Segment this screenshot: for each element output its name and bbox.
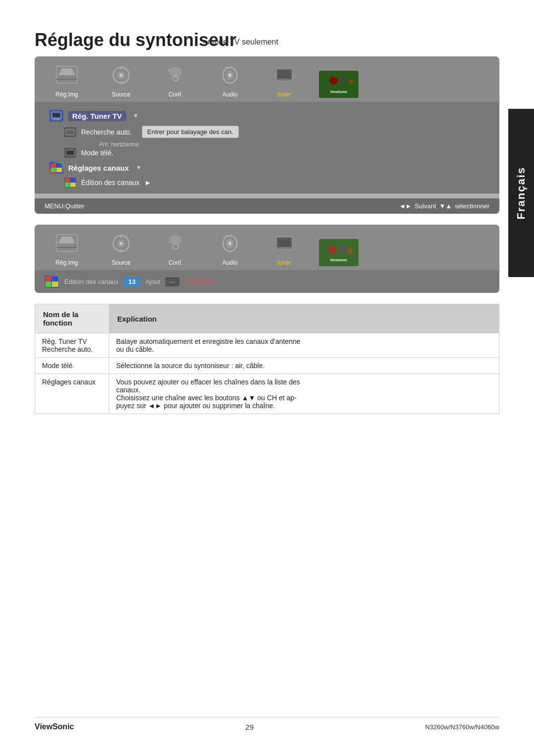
tuner-label-2: tuner: [277, 259, 291, 266]
svg-rect-62: [52, 276, 58, 282]
bullet: •: [203, 38, 206, 46]
icon-viewsonic[interactable]: ViewSonic: [312, 71, 366, 98]
reg-tuner-section: Rég. Tuner TV ▼ Recherche auto. Entrer p…: [49, 110, 490, 158]
svg-rect-31: [67, 151, 74, 154]
explication-col-2: Vous pouvez ajouter ou effacer les chaîn…: [109, 374, 499, 414]
minus-box: —: [165, 277, 179, 286]
conf-label: Conf.: [169, 91, 183, 98]
svg-text:ViewSonic: ViewSonic: [330, 90, 348, 94]
menu-quit: MENU:Quitter: [44, 202, 85, 210]
svg-point-57: [328, 245, 337, 254]
mode-tele-label: Mode télé.: [81, 149, 113, 157]
menu-body-1: Rég. Tuner TV ▼ Recherche auto. Entrer p…: [35, 102, 499, 193]
svg-point-13: [228, 73, 231, 77]
viewsonic-logo: ViewSonic: [319, 71, 358, 98]
svg-rect-39: [70, 183, 76, 187]
recherche-auto-label: Recherche auto.: [81, 128, 132, 136]
svg-rect-64: [52, 282, 58, 287]
reglages-dropdown: ▼: [136, 164, 142, 171]
menu-screenshot-2: Rég.Img Source: [35, 225, 499, 293]
icon-bar-1: Rég.Img Source: [35, 56, 499, 102]
svg-rect-28: [66, 129, 75, 135]
svg-rect-63: [45, 282, 51, 287]
main-content: Réglage du syntoniseur • mode TV seuleme…: [0, 0, 534, 444]
nav-suivant: ◄► Suivant ▼▲ sélectionner: [399, 202, 490, 210]
menu-quit-label: MENU:Quitter: [44, 202, 85, 210]
icon-tuner[interactable]: tuner: [257, 61, 312, 98]
suivant-label: Suivant: [415, 202, 436, 210]
tuner-label: tuner: [277, 91, 291, 98]
audio-label: Audio: [222, 91, 238, 98]
icon-conf[interactable]: Conf.: [148, 61, 203, 98]
svg-rect-33: [56, 163, 62, 168]
svg-point-58: [339, 245, 347, 253]
subtitle: • mode TV seulement: [203, 38, 499, 47]
icon-reg-img-2[interactable]: Rég.Img: [40, 230, 94, 266]
svg-line-54: [279, 250, 281, 254]
icon-audio[interactable]: Audio: [203, 61, 257, 98]
recherche-auto-item[interactable]: Recherche auto. Entrer pour balayage des…: [64, 126, 490, 138]
footer-page: 29: [245, 723, 254, 731]
svg-text:ViewSonic: ViewSonic: [330, 258, 348, 262]
nav-bar-1: MENU:Quitter ◄► Suivant ▼▲ sélectionner: [35, 198, 499, 214]
audio-icon: [213, 61, 247, 90]
ajout-text: Ajout: [145, 278, 160, 285]
viewsonic-logo-2: ViewSonic: [319, 239, 358, 266]
svg-point-45: [120, 242, 123, 245]
icon-tuner-2[interactable]: tuner: [257, 230, 312, 266]
svg-rect-36: [65, 178, 70, 183]
svg-point-59: [347, 248, 353, 254]
reglages-canaux-header[interactable]: Réglages canaux ▼: [49, 162, 490, 174]
svg-rect-18: [319, 71, 358, 98]
mode-tele-item[interactable]: Mode télé.: [64, 148, 490, 158]
edition-canaux-item[interactable]: Édition des canaux ►: [64, 178, 490, 188]
side-tab: Français: [508, 109, 534, 277]
edition-canaux-label: Édition des canaux: [81, 179, 139, 187]
reg-img-icon: [50, 61, 84, 90]
footer-model: N3260w/N3760w/N4060w: [425, 723, 499, 731]
svg-point-7: [120, 74, 123, 77]
edition-icon-2: [44, 275, 59, 288]
name-col-2: Réglages canaux: [35, 374, 109, 414]
source-icon: [104, 61, 138, 90]
edition-text-2: Édition des canaux: [64, 278, 119, 285]
svg-point-51: [228, 241, 231, 245]
tuner-icon: [267, 61, 301, 90]
table-row: Mode télé. Sélectionne la source du synt…: [35, 358, 499, 374]
edition-canaux-icon: [64, 178, 76, 188]
icon-source[interactable]: Source: [94, 61, 148, 98]
audio-label-2: Audio: [222, 259, 238, 266]
nav-lr-arrows: ◄►: [399, 202, 412, 210]
source-label: Source: [112, 91, 131, 98]
source-label-2: Source: [112, 259, 131, 266]
icon-conf-2[interactable]: Conf.: [148, 230, 203, 266]
reg-img-icon-2: [50, 230, 84, 258]
name-col-1: Mode télé.: [35, 358, 109, 374]
reglages-canaux-label: Réglages canaux: [68, 164, 129, 172]
conf-icon-2: [159, 230, 192, 258]
reg-tuner-header[interactable]: Rég. Tuner TV ▼: [49, 110, 490, 122]
svg-rect-56: [319, 239, 358, 266]
nav-ud-arrows: ▼▲: [439, 202, 452, 210]
icon-bar-2: Rég.Img Source: [35, 225, 499, 270]
icon-reg-img[interactable]: Rég.Img: [40, 61, 94, 98]
popup-entrer: Entrer pour balayage des can.: [142, 126, 239, 138]
table-row: Rég. Tuner TVRecherche auto. Balaye auto…: [35, 333, 499, 358]
svg-rect-37: [70, 178, 76, 183]
conf-label-2: Conf.: [169, 259, 183, 266]
icon-viewsonic-2[interactable]: ViewSonic: [312, 239, 366, 266]
svg-rect-24: [52, 113, 60, 117]
svg-rect-15: [277, 70, 291, 79]
icon-audio-2[interactable]: Audio: [203, 230, 257, 266]
svg-rect-34: [51, 168, 56, 172]
svg-point-19: [330, 77, 338, 85]
edition-row-2: Édition des canaux 13 Ajout — Supprimer: [35, 270, 499, 293]
recherche-auto-icon: [64, 127, 76, 137]
footer-brand: ViewSonic: [35, 722, 74, 731]
svg-point-21: [349, 79, 354, 84]
side-tab-label: Français: [515, 167, 528, 220]
footer: ViewSonic 29 N3260w/N3760w/N4060w: [35, 717, 499, 731]
col1-header: Nom de la fonction: [35, 304, 109, 333]
icon-source-2[interactable]: Source: [94, 230, 148, 266]
svg-line-17: [288, 82, 290, 86]
